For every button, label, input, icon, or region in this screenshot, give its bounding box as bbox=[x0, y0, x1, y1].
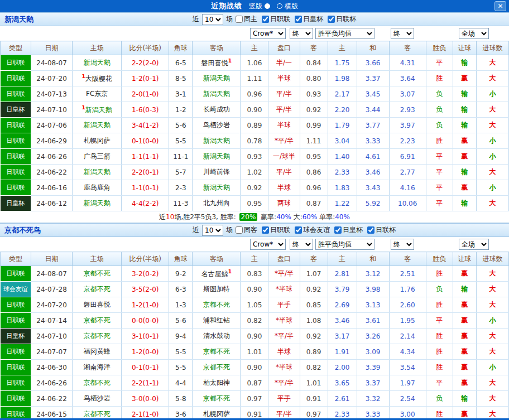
final-odds-select-1[interactable]: 终 bbox=[290, 28, 313, 39]
result-handicap: 赢 bbox=[453, 149, 476, 165]
corners: 5-5 bbox=[169, 133, 193, 149]
match-type: 日皇杯 bbox=[1, 329, 31, 344]
filter-checkbox[interactable] bbox=[262, 226, 269, 234]
home-team: 湘南海洋 bbox=[73, 360, 122, 375]
score-halftime: 3-1(0-1) bbox=[122, 329, 169, 344]
euro-home-odds: 1.83 bbox=[328, 180, 357, 196]
match-type: 日职联 bbox=[1, 266, 31, 282]
filter-同主[interactable]: 同主 bbox=[236, 15, 257, 24]
avg-odds-select[interactable]: 胜平负均值 bbox=[315, 28, 374, 39]
column-header: 进球数 bbox=[476, 41, 508, 55]
result-handicap: 输 bbox=[453, 196, 476, 211]
filter-checkbox[interactable] bbox=[328, 16, 335, 23]
filter-checkbox[interactable] bbox=[334, 226, 342, 234]
result-outcome: 平 bbox=[426, 313, 453, 329]
filter-日联杯[interactable]: 日联杯 bbox=[328, 15, 356, 24]
final-odds-select-2[interactable]: 终 bbox=[391, 28, 414, 39]
asian-handicap: *平/半 bbox=[268, 329, 300, 344]
away-team: 鸟栖沙岩 bbox=[193, 118, 241, 133]
match-count-select[interactable]: 10 bbox=[202, 14, 223, 25]
home-team: 札幌冈萨 bbox=[73, 133, 122, 149]
filter-checkbox[interactable] bbox=[295, 226, 302, 234]
layout-vertical-radio[interactable]: 竖版 bbox=[249, 2, 270, 11]
filter-checkbox[interactable] bbox=[262, 16, 269, 23]
corners: 11-3 bbox=[169, 196, 193, 211]
asian-home-odds: 1.05 bbox=[241, 297, 268, 313]
team-section-niigata: 新潟天鹅 近 10 场 同主日职联日皇杯日联杯 Crow* 终 胜平负均值 终 … bbox=[0, 12, 509, 223]
team-title: 京都不死鸟 bbox=[4, 225, 41, 235]
result-handicap: 输 bbox=[453, 118, 476, 133]
away-team: 京都不死 bbox=[193, 344, 241, 360]
summary-segment: 60% bbox=[302, 213, 318, 221]
match-count-select[interactable]: 10 bbox=[202, 225, 223, 236]
scope-select[interactable]: 全场 bbox=[459, 239, 489, 250]
final-odds-select-2[interactable]: 终 bbox=[391, 239, 414, 250]
filter-日皇杯[interactable]: 日皇杯 bbox=[295, 15, 323, 24]
euro-away-odds: 1.95 bbox=[389, 313, 426, 329]
filter-checkbox[interactable] bbox=[295, 16, 302, 23]
asian-home-odds: 1.06 bbox=[241, 55, 268, 71]
match-date: 24-08-07 bbox=[31, 266, 73, 282]
layout-horizontal-radio[interactable]: 横版 bbox=[277, 2, 298, 11]
title-group: 近期战绩 竖版 横版 bbox=[211, 0, 298, 12]
filter-日职联[interactable]: 日职联 bbox=[262, 225, 290, 235]
euro-home-odds: 3.17 bbox=[328, 329, 357, 344]
away-team: 新潟天鹅 bbox=[193, 86, 241, 102]
euro-away-odds: 2.51 bbox=[389, 266, 426, 282]
result-handicap: 输 bbox=[453, 391, 476, 407]
match-row: 日职联24-08-07新潟天鹅2-2(2-0)6-5磐田喜悦11.06半/一0.… bbox=[1, 55, 509, 71]
column-header: 盘口 bbox=[268, 252, 300, 266]
euro-home-odds: 1.91 bbox=[328, 344, 357, 360]
near-label: 近 bbox=[193, 15, 199, 24]
filter-checkbox[interactable] bbox=[236, 226, 243, 234]
euro-draw-odds: 3.37 bbox=[357, 375, 389, 391]
avg-odds-select[interactable]: 胜平负均值 bbox=[315, 239, 374, 250]
asian-away-odds: 0.87 bbox=[300, 196, 328, 211]
home-team: 京都不死 bbox=[73, 313, 122, 329]
asian-home-odds: 0.90 bbox=[241, 282, 268, 297]
column-header: 客 bbox=[300, 41, 328, 55]
asian-handicap: *平/半 bbox=[268, 266, 300, 282]
bookmaker-select[interactable]: Crow* bbox=[250, 28, 286, 39]
filter-日职联[interactable]: 日职联 bbox=[262, 15, 290, 24]
match-row: 日职联24-07-20磐田喜悦1-2(1-0)1-3京都不死1.05平手0.85… bbox=[1, 297, 509, 313]
asian-home-odds: 0.92 bbox=[241, 180, 268, 196]
column-header: 让球 bbox=[453, 41, 476, 55]
corners: 3-1 bbox=[169, 86, 193, 102]
euro-home-odds: 3.79 bbox=[328, 282, 357, 297]
summary-segment: 单率: bbox=[317, 213, 335, 222]
match-type: 日职联 bbox=[1, 313, 31, 329]
match-row: 日职联24-06-30湘南海洋0-1(0-1)5-5京都不死0.90*半球0.8… bbox=[1, 360, 509, 375]
match-row: 日职联24-07-201大阪樱花1-2(0-1)8-5新潟天鹅1.11半球0.8… bbox=[1, 71, 509, 86]
asian-away-odds: 0.91 bbox=[300, 391, 328, 407]
bookmaker-select[interactable]: Crow* bbox=[250, 239, 286, 250]
asian-home-odds: 1.01 bbox=[241, 344, 268, 360]
result-goals: 大 bbox=[476, 282, 508, 297]
away-team: 京都不死 bbox=[193, 360, 241, 375]
euro-away-odds: 1.76 bbox=[389, 282, 426, 297]
filter-同客[interactable]: 同客 bbox=[236, 225, 257, 235]
filter-球会友谊[interactable]: 球会友谊 bbox=[295, 225, 330, 235]
filter-日联杯[interactable]: 日联杯 bbox=[367, 225, 396, 235]
euro-away-odds: 4.34 bbox=[389, 344, 426, 360]
euro-home-odds: 1.79 bbox=[328, 118, 357, 133]
filter-checkbox[interactable] bbox=[367, 226, 374, 234]
filter-日皇杯[interactable]: 日皇杯 bbox=[334, 225, 363, 235]
team-title: 新潟天鹅 bbox=[4, 15, 33, 25]
score-halftime: 1-2(1-0) bbox=[122, 297, 169, 313]
final-odds-select-1[interactable]: 终 bbox=[290, 239, 313, 250]
scope-select[interactable]: 全场 bbox=[459, 28, 489, 39]
filter-checkbox[interactable] bbox=[236, 16, 243, 23]
asian-home-odds: 0.95 bbox=[241, 196, 268, 211]
euro-away-odds: 6.91 bbox=[389, 149, 426, 165]
result-goals: 大 bbox=[476, 165, 508, 180]
home-team: FC东京 bbox=[73, 86, 122, 102]
euro-away-odds: 2.60 bbox=[389, 297, 426, 313]
close-button[interactable]: ✕ bbox=[494, 1, 506, 11]
euro-draw-odds: 4.61 bbox=[357, 149, 389, 165]
asian-handicap: 两球 bbox=[268, 196, 300, 211]
result-outcome: 平 bbox=[426, 180, 453, 196]
euro-draw-odds: 3.12 bbox=[357, 266, 389, 282]
match-date: 24-06-16 bbox=[31, 180, 73, 196]
away-team: 川崎前锋 bbox=[193, 165, 241, 180]
